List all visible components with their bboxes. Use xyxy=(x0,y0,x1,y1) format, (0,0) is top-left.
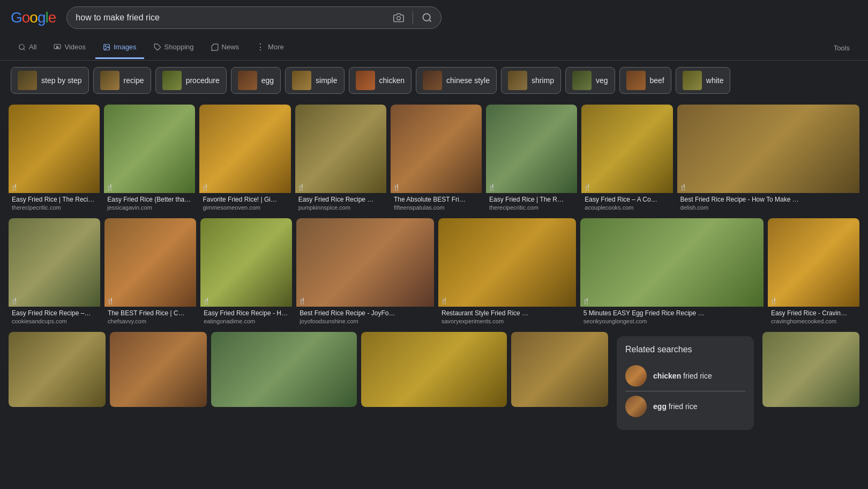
img-card-title: Easy Fried Rice | The Recipe … xyxy=(12,195,96,204)
svg-point-8 xyxy=(105,46,106,47)
image-card-2-3[interactable]: 🍴 Easy Fried Rice Recipe - How t… eating… xyxy=(200,218,292,328)
img-card-info: Easy Fried Rice Recipe –… cookiesandcups… xyxy=(9,307,100,328)
img-card-source: joyofoodsunshine.com xyxy=(300,318,431,324)
chip-procedure[interactable]: procedure xyxy=(155,67,227,94)
image-card-2-5[interactable]: 🍴 Restaurant Style Fried Rice … savoryex… xyxy=(438,218,576,328)
image-card-1-7[interactable]: 🍴 Easy Fried Rice – A Co… acouplecooks.c… xyxy=(581,105,672,214)
divider xyxy=(413,11,413,24)
image-card-1-6[interactable]: 🍴 Easy Fried Rice | The R… therecipecrit… xyxy=(486,105,577,214)
chip-chicken[interactable]: chicken xyxy=(349,67,411,94)
chip-label-simple: simple xyxy=(316,76,337,85)
related-item-chicken[interactable]: chicken fried rice xyxy=(625,361,745,391)
news-icon xyxy=(211,43,219,51)
nav-all[interactable]: All xyxy=(11,36,44,59)
chip-veg[interactable]: veg xyxy=(565,67,615,94)
chip-egg[interactable]: egg xyxy=(231,67,281,94)
chip-shrimp[interactable]: shrimp xyxy=(501,67,561,94)
related-searches-container: Related searches chicken fried rice egg … xyxy=(612,332,758,434)
search-bar[interactable] xyxy=(66,6,442,29)
image-card-1-4[interactable]: 🍴 Easy Fried Rice Recipe … pumpkinnspice… xyxy=(295,105,386,214)
image-card-2-4[interactable]: 🍴 Best Fried Rice Recipe - JoyFo… joyofo… xyxy=(296,218,434,328)
chip-thumb-egg xyxy=(238,71,257,90)
img-card-title: Easy Fried Rice – A Co… xyxy=(585,195,669,204)
related-searches-title: Related searches xyxy=(625,345,745,354)
chip-chinese-style[interactable]: chinese style xyxy=(416,67,497,94)
search-icon xyxy=(422,12,432,23)
img-card-info: Easy Fried Rice | The Recipe … therecipe… xyxy=(9,193,100,214)
img-card-title: Best Fried Rice Recipe - JoyFo… xyxy=(300,309,431,318)
chip-thumb-chinese-style xyxy=(423,71,442,90)
chip-simple[interactable]: simple xyxy=(285,67,344,94)
img-card-info: The Absolute BEST Fri… fifteenspatulas.c… xyxy=(391,193,482,214)
image-card-3-2[interactable] xyxy=(110,332,207,407)
image-card-1-2[interactable]: 🍴 Easy Fried Rice (Better than … jessica… xyxy=(104,105,195,214)
image-card-3-1[interactable] xyxy=(9,332,106,407)
nav-tools[interactable]: Tools xyxy=(826,38,857,58)
img-card-info: The BEST Fried Rice | C… chefsavvy.com xyxy=(104,307,196,328)
recipe-badge: 🍴 xyxy=(107,298,114,305)
camera-search-button[interactable] xyxy=(393,12,404,23)
chip-thumb-shrimp xyxy=(508,71,527,90)
recipe-badge: 🍴 xyxy=(583,184,591,191)
recipe-badge: 🍴 xyxy=(201,184,209,191)
nav-news[interactable]: News xyxy=(204,36,247,59)
image-card-2-7[interactable]: 🍴 Easy Fried Rice - Cravin… cravinghomec… xyxy=(768,218,859,328)
chip-label-chinese-style: chinese style xyxy=(446,76,490,85)
recipe-badge: 🍴 xyxy=(297,184,305,191)
image-card-3-6[interactable] xyxy=(762,332,859,407)
img-card-info: Easy Fried Rice Recipe - How t… eatingon… xyxy=(200,307,292,328)
image-card-2-6[interactable]: 🍴 5 Minutes EASY Egg Fried Rice Recipe …… xyxy=(580,218,764,328)
more-dots-icon: ⋮ xyxy=(256,42,265,52)
nav-images[interactable]: Images xyxy=(95,36,144,59)
chip-thumb-beef xyxy=(626,71,646,90)
img-card-title: The Absolute BEST Fri… xyxy=(394,195,478,204)
shopping-icon xyxy=(154,43,161,51)
img-card-info: Easy Fried Rice | The R… therecipecritic… xyxy=(486,193,577,214)
chip-recipe[interactable]: recipe xyxy=(93,67,151,94)
img-card-title: Easy Fried Rice Recipe –… xyxy=(12,309,97,318)
image-card-1-8[interactable]: 🍴 Best Fried Rice Recipe - How To Make …… xyxy=(677,105,859,214)
img-card-source: delish.com xyxy=(680,204,856,211)
related-text-egg: egg fried rice xyxy=(653,402,697,411)
chip-label-recipe: recipe xyxy=(124,76,144,85)
chip-step-by-step[interactable]: step by step xyxy=(11,67,89,94)
image-card-3-4[interactable] xyxy=(361,332,507,407)
img-card-source: savoryexperiments.com xyxy=(442,318,573,324)
recipe-badge: 🍴 xyxy=(106,184,114,191)
image-card-1-1[interactable]: 🍴 Easy Fried Rice | The Recipe … thereci… xyxy=(9,105,100,214)
chip-thumb-recipe xyxy=(100,71,119,90)
related-text-chicken: chicken fried rice xyxy=(653,372,712,380)
nav-all-label: All xyxy=(29,43,36,51)
related-thumb-egg xyxy=(625,396,647,417)
image-card-2-2[interactable]: 🍴 The BEST Fried Rice | C… chefsavvy.com xyxy=(104,218,196,328)
header: Google xyxy=(0,0,868,35)
image-card-3-3[interactable] xyxy=(211,332,357,407)
image-row-3: Related searches chicken fried rice egg … xyxy=(9,332,859,434)
chip-beef[interactable]: beef xyxy=(619,67,671,94)
nav-videos[interactable]: Videos xyxy=(46,36,93,59)
nav-more[interactable]: ⋮ More xyxy=(249,35,291,60)
nav-shopping-label: Shopping xyxy=(164,43,194,51)
nav-more-label: More xyxy=(268,43,284,51)
nav-shopping[interactable]: Shopping xyxy=(146,36,201,59)
img-card-source: therecipecritic.com xyxy=(12,204,96,211)
img-card-source: pumpkinnspice.com xyxy=(298,204,383,211)
chip-thumb-simple xyxy=(292,71,311,90)
search-input[interactable] xyxy=(76,13,388,23)
filter-chips: step by step recipe procedure egg simple… xyxy=(0,61,868,100)
image-card-1-3[interactable]: 🍴 Favorite Fried Rice! | Gi… gimmesomeov… xyxy=(199,105,290,214)
search-button[interactable] xyxy=(422,12,432,23)
recipe-badge: 🍴 xyxy=(488,184,496,191)
image-card-2-1[interactable]: 🍴 Easy Fried Rice Recipe –… cookiesandcu… xyxy=(9,218,100,328)
image-card-3-5[interactable] xyxy=(511,332,608,407)
image-card-1-5[interactable]: 🍴 The Absolute BEST Fri… fifteenspatulas… xyxy=(391,105,482,214)
recipe-badge: 🍴 xyxy=(679,184,687,191)
chip-label-step-by-step: step by step xyxy=(41,76,82,85)
img-card-title: Easy Fried Rice Recipe … xyxy=(298,195,383,204)
chip-white[interactable]: white xyxy=(676,67,731,94)
img-card-source: seonkyounglongest.com xyxy=(583,318,760,324)
recipe-badge: 🍴 xyxy=(11,298,18,305)
related-item-egg[interactable]: egg fried rice xyxy=(625,391,745,421)
camera-icon xyxy=(393,12,404,23)
img-card-source: cravinghomecooked.com xyxy=(771,318,856,324)
